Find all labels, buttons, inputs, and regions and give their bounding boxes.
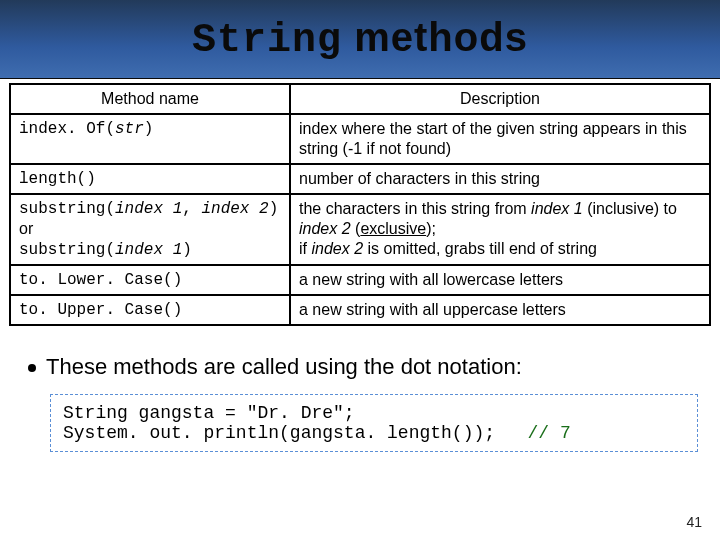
bullet-icon bbox=[28, 364, 36, 372]
method-cell: substring(index 1, index 2)orsubstring(i… bbox=[10, 194, 290, 265]
slide: String methods Method name Description i… bbox=[0, 0, 720, 540]
slide-title: String methods bbox=[192, 15, 528, 63]
desc-cell: index where the start of the given strin… bbox=[290, 114, 710, 164]
code-line-2-code: System. out. println(gangsta. length()); bbox=[63, 423, 495, 443]
table-row: length() number of characters in this st… bbox=[10, 164, 710, 194]
method-cell: to. Lower. Case() bbox=[10, 265, 290, 295]
bullet-text: These methods are called using the dot n… bbox=[46, 354, 522, 379]
desc-cell: a new string with all lowercase letters bbox=[290, 265, 710, 295]
table-header-row: Method name Description bbox=[10, 84, 710, 114]
table-row: to. Upper. Case() a new string with all … bbox=[10, 295, 710, 325]
method-cell: to. Upper. Case() bbox=[10, 295, 290, 325]
title-mono: String bbox=[192, 18, 342, 63]
title-rest: methods bbox=[342, 15, 528, 59]
title-bar: String methods bbox=[0, 0, 720, 79]
table-row: substring(index 1, index 2)orsubstring(i… bbox=[10, 194, 710, 265]
bullet-line: These methods are called using the dot n… bbox=[28, 354, 720, 380]
code-line-1: String gangsta = "Dr. Dre"; bbox=[63, 403, 685, 423]
col-desc: Description bbox=[290, 84, 710, 114]
code-line-2: System. out. println(gangsta. length());… bbox=[63, 423, 685, 443]
method-cell: index. Of(str) bbox=[10, 114, 290, 164]
code-example: String gangsta = "Dr. Dre"; System. out.… bbox=[50, 394, 698, 452]
desc-cell: a new string with all uppercase letters bbox=[290, 295, 710, 325]
table-row: index. Of(str) index where the start of … bbox=[10, 114, 710, 164]
method-cell: length() bbox=[10, 164, 290, 194]
table-row: to. Lower. Case() a new string with all … bbox=[10, 265, 710, 295]
methods-table: Method name Description index. Of(str) i… bbox=[9, 83, 711, 326]
page-number: 41 bbox=[686, 514, 702, 530]
code-comment: // 7 bbox=[527, 423, 570, 443]
desc-cell: number of characters in this string bbox=[290, 164, 710, 194]
col-method: Method name bbox=[10, 84, 290, 114]
desc-cell: the characters in this string from index… bbox=[290, 194, 710, 265]
